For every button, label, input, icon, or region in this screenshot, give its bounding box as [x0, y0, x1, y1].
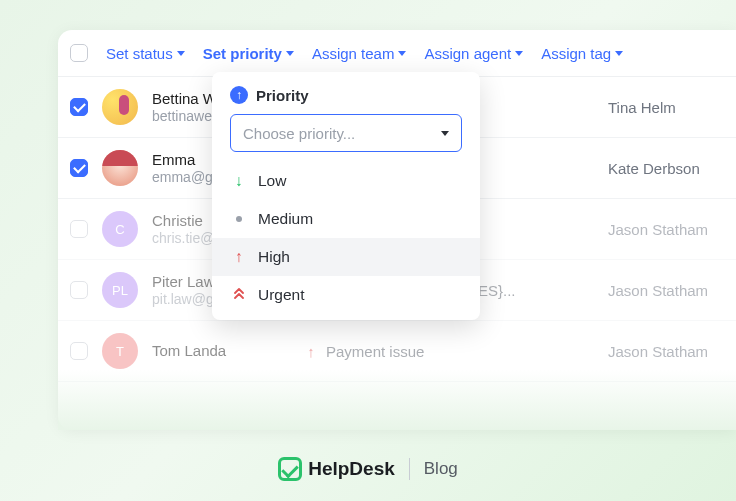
row-checkbox[interactable] — [70, 342, 88, 360]
toolbar-label: Set status — [106, 45, 173, 62]
avatar — [102, 150, 138, 186]
option-label: High — [258, 248, 290, 266]
arrow-up-icon: ↑ — [232, 248, 246, 266]
footer-brand: HelpDesk Blog — [0, 457, 736, 481]
chevron-down-icon — [286, 51, 294, 56]
set-priority-menu[interactable]: Set priority — [203, 45, 294, 62]
assignee-name: Jason Statham — [608, 343, 718, 360]
row-checkbox[interactable] — [70, 98, 88, 116]
priority-select[interactable]: Choose priority... — [230, 114, 462, 152]
avatar: PL — [102, 272, 138, 308]
chevron-down-icon — [177, 51, 185, 56]
priority-option-medium[interactable]: Medium — [212, 200, 480, 238]
option-label: Urgent — [258, 286, 305, 304]
priority-up-icon: ↑ — [304, 343, 318, 360]
set-status-menu[interactable]: Set status — [106, 45, 185, 62]
popover-header: ↑ Priority — [212, 86, 480, 114]
select-placeholder: Choose priority... — [243, 125, 355, 142]
requester-meta: Tom Landa — [152, 342, 290, 360]
assignee-name: Jason Statham — [608, 221, 718, 238]
dot-icon — [232, 216, 246, 222]
check-square-icon — [278, 457, 302, 481]
ticket-row[interactable]: TTom Landa↑Payment issueJason Statham — [58, 321, 736, 382]
helpdesk-logo: HelpDesk — [278, 457, 395, 481]
avatar — [102, 89, 138, 125]
assign-agent-menu[interactable]: Assign agent — [424, 45, 523, 62]
requester-name: Tom Landa — [152, 342, 290, 360]
divider — [409, 458, 410, 480]
priority-options: ↓LowMedium↑HighUrgent — [212, 162, 480, 314]
priority-option-urgent[interactable]: Urgent — [212, 276, 480, 314]
chevron-down-icon — [615, 51, 623, 56]
option-label: Medium — [258, 210, 313, 228]
assign-tag-menu[interactable]: Assign tag — [541, 45, 623, 62]
ticket-subject: ↑Payment issue — [304, 343, 594, 360]
select-all-checkbox[interactable] — [70, 44, 88, 62]
popover-title: Priority — [256, 87, 309, 104]
row-checkbox[interactable] — [70, 281, 88, 299]
subject-text: Payment issue — [326, 343, 424, 360]
toolbar-label: Assign tag — [541, 45, 611, 62]
brand-sub: Blog — [424, 459, 458, 479]
priority-option-low[interactable]: ↓Low — [212, 162, 480, 200]
bulk-action-toolbar: Set status Set priority Assign team Assi… — [58, 30, 736, 77]
chevron-down-icon — [398, 51, 406, 56]
avatar: C — [102, 211, 138, 247]
chevron-down-icon — [441, 131, 449, 136]
toolbar-label: Set priority — [203, 45, 282, 62]
row-checkbox[interactable] — [70, 159, 88, 177]
assignee-name: Jason Statham — [608, 282, 718, 299]
double-arrow-up-icon — [232, 288, 246, 302]
priority-popover: ↑ Priority Choose priority... ↓LowMedium… — [212, 72, 480, 320]
arrow-up-circle-icon: ↑ — [230, 86, 248, 104]
priority-option-high[interactable]: ↑High — [212, 238, 480, 276]
avatar: T — [102, 333, 138, 369]
toolbar-label: Assign team — [312, 45, 395, 62]
assignee-name: Kate Derbson — [608, 160, 718, 177]
toolbar-label: Assign agent — [424, 45, 511, 62]
assignee-name: Tina Helm — [608, 99, 718, 116]
arrow-down-icon: ↓ — [232, 172, 246, 190]
row-checkbox[interactable] — [70, 220, 88, 238]
assign-team-menu[interactable]: Assign team — [312, 45, 407, 62]
chevron-down-icon — [515, 51, 523, 56]
brand-name: HelpDesk — [308, 458, 395, 480]
option-label: Low — [258, 172, 286, 190]
